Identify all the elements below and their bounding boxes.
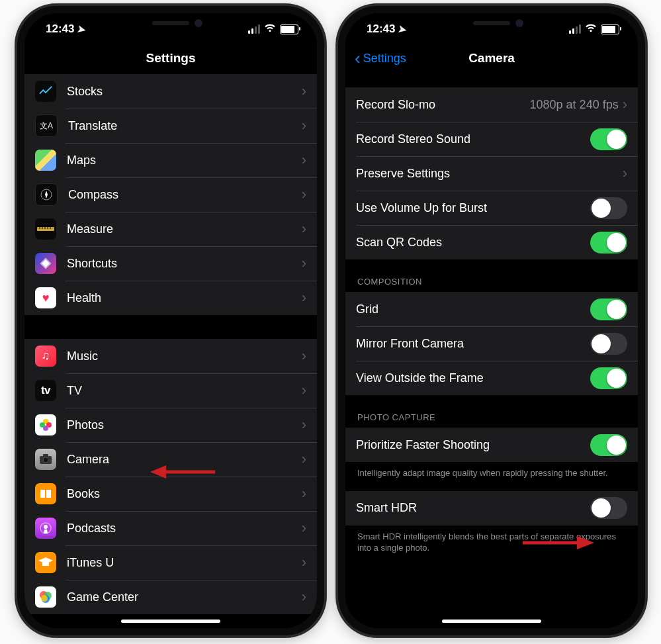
row-label: Record Slo-mo xyxy=(356,98,530,112)
home-indicator[interactable] xyxy=(442,620,541,623)
toggle-mirror-front[interactable] xyxy=(590,333,627,355)
row-label: Measure xyxy=(67,222,302,236)
row-record-slomo[interactable]: Record Slo-mo 1080p at 240 fps › xyxy=(345,87,638,122)
translate-icon: 文A xyxy=(35,115,58,137)
row-tv[interactable]: tv TV › xyxy=(24,373,317,408)
status-time: 12:43 xyxy=(46,23,74,36)
chevron-right-icon: › xyxy=(302,383,306,398)
chevron-right-icon: › xyxy=(302,84,306,99)
chevron-right-icon: › xyxy=(623,97,627,112)
row-smart-hdr[interactable]: Smart HDR xyxy=(345,491,638,526)
svg-point-17 xyxy=(44,525,48,529)
back-button[interactable]: ‹ Settings xyxy=(355,42,406,74)
row-record-stereo-sound[interactable]: Record Stereo Sound xyxy=(345,122,638,156)
maps-icon xyxy=(35,150,56,171)
row-label: View Outside the Frame xyxy=(356,371,590,385)
row-label: Stocks xyxy=(67,85,302,99)
section-footer-faster: Intelligently adapt image quality when r… xyxy=(345,462,638,482)
row-label: Camera xyxy=(67,453,302,467)
row-scan-qr[interactable]: Scan QR Codes xyxy=(345,225,638,259)
row-itunesu[interactable]: iTunes U › xyxy=(24,545,317,580)
section-header-photo-capture: PHOTO CAPTURE xyxy=(345,395,638,428)
photos-icon xyxy=(35,414,56,436)
location-icon: ➤ xyxy=(398,23,408,36)
row-podcasts[interactable]: Podcasts › xyxy=(24,511,317,545)
chevron-right-icon: › xyxy=(302,291,306,305)
camera-settings-list[interactable]: Record Slo-mo 1080p at 240 fps › Record … xyxy=(345,74,638,628)
row-label: Books xyxy=(67,487,302,501)
health-icon: ♥ xyxy=(35,287,56,308)
row-label: iTunes U xyxy=(67,556,302,570)
stocks-icon xyxy=(35,81,56,102)
row-books[interactable]: Books › xyxy=(24,477,317,511)
shortcuts-icon xyxy=(35,253,56,274)
location-icon: ➤ xyxy=(77,23,87,36)
settings-list[interactable]: Stocks › 文A Translate › Maps › xyxy=(24,74,317,628)
row-camera[interactable]: Camera › xyxy=(24,442,317,477)
row-gamecenter[interactable]: Game Center › xyxy=(24,580,317,614)
row-label: Shortcuts xyxy=(67,257,302,271)
home-indicator[interactable] xyxy=(121,620,220,623)
toggle-scan-qr[interactable] xyxy=(590,232,627,253)
screen-settings: 12:43 ➤ Settings Stocks › xyxy=(24,13,317,628)
row-grid[interactable]: Grid xyxy=(345,292,638,326)
toggle-faster-shooting[interactable] xyxy=(590,434,627,456)
row-prioritize-faster-shooting[interactable]: Prioritize Faster Shooting xyxy=(345,428,638,462)
notch xyxy=(423,13,560,35)
battery-icon xyxy=(601,24,619,34)
toggle-stereo-sound[interactable] xyxy=(590,128,627,150)
row-maps[interactable]: Maps › xyxy=(24,143,317,177)
status-time: 12:43 xyxy=(367,23,395,36)
row-shortcuts[interactable]: Shortcuts › xyxy=(24,246,317,281)
page-title: Camera xyxy=(468,51,515,66)
chevron-right-icon: › xyxy=(302,590,306,604)
row-compass[interactable]: Compass › xyxy=(24,177,317,212)
wifi-icon xyxy=(264,23,276,36)
toggle-grid[interactable] xyxy=(590,299,627,320)
svg-point-13 xyxy=(40,422,45,428)
row-translate[interactable]: 文A Translate › xyxy=(24,109,317,143)
gamecenter-icon xyxy=(35,586,56,608)
row-volume-up-burst[interactable]: Use Volume Up for Burst xyxy=(345,191,638,225)
row-label: Podcasts xyxy=(67,522,302,535)
toggle-outside-frame[interactable] xyxy=(590,367,627,389)
signal-icon xyxy=(248,24,260,34)
podcasts-icon xyxy=(35,518,56,539)
tv-icon: tv xyxy=(35,380,56,401)
chevron-right-icon: › xyxy=(302,452,306,467)
row-label: Photos xyxy=(67,418,302,432)
measure-icon xyxy=(35,218,56,240)
row-health[interactable]: ♥ Health › xyxy=(24,281,317,315)
phone-camera-settings: 12:43 ➤ ‹ Settings Camera xyxy=(336,4,647,637)
section-header-composition: COMPOSITION xyxy=(345,259,638,292)
row-mirror-front-camera[interactable]: Mirror Front Camera xyxy=(345,326,638,361)
chevron-left-icon: ‹ xyxy=(355,50,361,67)
camera-icon xyxy=(35,449,56,470)
compass-icon xyxy=(35,183,58,206)
page-title: Settings xyxy=(146,51,196,66)
row-label: TV xyxy=(67,384,302,398)
row-label: Scan QR Codes xyxy=(356,236,590,250)
chevron-right-icon: › xyxy=(302,555,306,570)
row-music[interactable]: ♫ Music › xyxy=(24,339,317,373)
chevron-right-icon: › xyxy=(302,118,306,133)
toggle-smart-hdr[interactable] xyxy=(590,497,627,519)
row-view-outside-frame[interactable]: View Outside the Frame xyxy=(345,361,638,395)
row-stocks[interactable]: Stocks › xyxy=(24,74,317,109)
music-icon: ♫ xyxy=(35,345,56,367)
chevron-right-icon: › xyxy=(302,349,306,363)
books-icon xyxy=(35,483,56,504)
signal-icon xyxy=(569,24,581,34)
row-label: Use Volume Up for Burst xyxy=(356,201,590,215)
row-label: Grid xyxy=(356,302,590,316)
row-measure[interactable]: Measure › xyxy=(24,212,317,246)
wifi-icon xyxy=(585,23,597,36)
section-footer-hdr: Smart HDR intelligently blends the best … xyxy=(345,526,638,557)
row-photos[interactable]: Photos › xyxy=(24,408,317,442)
battery-icon xyxy=(280,24,298,34)
row-label: Translate xyxy=(68,119,302,133)
row-preserve-settings[interactable]: Preserve Settings › xyxy=(345,156,638,191)
chevron-right-icon: › xyxy=(302,521,306,535)
screen-camera-settings: 12:43 ➤ ‹ Settings Camera xyxy=(345,13,638,628)
toggle-volume-burst[interactable] xyxy=(590,197,627,219)
